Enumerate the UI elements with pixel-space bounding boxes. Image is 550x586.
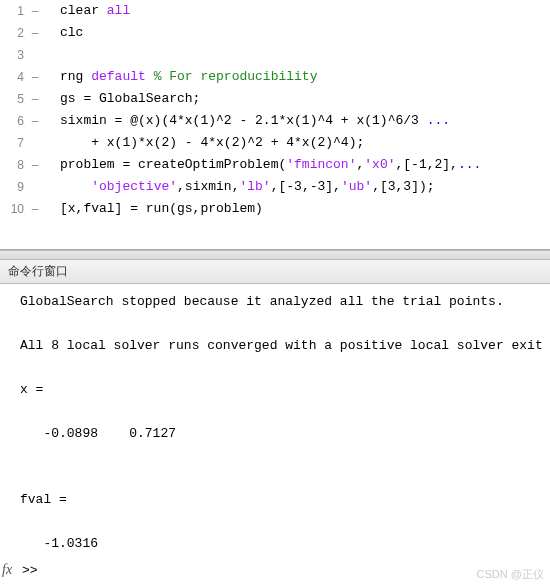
editor-pane[interactable]: 1–clear all2–clc34–rng default % For rep… bbox=[0, 0, 550, 250]
breakpoint-dash[interactable]: – bbox=[28, 110, 42, 132]
code-content[interactable]: sixmin = @(x)(4*x(1)^2 - 2.1*x(1)^4 + x(… bbox=[42, 110, 450, 132]
command-window[interactable]: GlobalSearch stopped because it analyzed… bbox=[0, 284, 550, 584]
command-output-line: -1.0316 bbox=[20, 534, 546, 554]
command-output-line bbox=[20, 512, 546, 532]
code-content[interactable]: 'objective',sixmin,'lb',[-3,-3],'ub',[3,… bbox=[42, 176, 435, 198]
command-window-title: 命令行窗口 bbox=[0, 260, 550, 284]
line-number: 6 bbox=[0, 110, 28, 132]
line-number: 3 bbox=[0, 44, 28, 66]
code-line[interactable]: 3 bbox=[0, 44, 550, 66]
breakpoint-dash[interactable]: – bbox=[28, 66, 42, 88]
code-line[interactable]: 10–[x,fval] = run(gs,problem) bbox=[0, 198, 550, 220]
line-number: 5 bbox=[0, 88, 28, 110]
breakpoint-dash[interactable]: – bbox=[28, 198, 42, 220]
command-output-line bbox=[20, 446, 546, 466]
command-output-line: All 8 local solver runs converged with a… bbox=[20, 336, 546, 356]
code-content[interactable]: problem = createOptimProblem('fmincon','… bbox=[42, 154, 481, 176]
line-number: 2 bbox=[0, 22, 28, 44]
command-output-line bbox=[20, 468, 546, 488]
command-output-line bbox=[20, 402, 546, 422]
command-output-line bbox=[20, 358, 546, 378]
command-output-line: x = bbox=[20, 380, 546, 400]
command-output-line: -0.0898 0.7127 bbox=[20, 424, 546, 444]
command-output-line: GlobalSearch stopped because it analyzed… bbox=[20, 292, 546, 312]
code-content[interactable]: + x(1)*x(2) - 4*x(2)^2 + 4*x(2)^4); bbox=[42, 132, 364, 154]
code-line[interactable]: 4–rng default % For reproducibility bbox=[0, 66, 550, 88]
code-line[interactable]: 8–problem = createOptimProblem('fmincon'… bbox=[0, 154, 550, 176]
line-number: 8 bbox=[0, 154, 28, 176]
line-number: 1 bbox=[0, 0, 28, 22]
code-line[interactable]: 6–sixmin = @(x)(4*x(1)^2 - 2.1*x(1)^4 + … bbox=[0, 110, 550, 132]
code-line[interactable]: 1–clear all bbox=[0, 0, 550, 22]
breakpoint-dash[interactable]: – bbox=[28, 154, 42, 176]
watermark: CSDN @正仪 bbox=[477, 567, 544, 582]
line-number: 7 bbox=[0, 132, 28, 154]
code-line[interactable]: 9 'objective',sixmin,'lb',[-3,-3],'ub',[… bbox=[0, 176, 550, 198]
breakpoint-dash[interactable]: – bbox=[28, 0, 42, 22]
code-line[interactable]: 5–gs = GlobalSearch; bbox=[0, 88, 550, 110]
breakpoint-dash[interactable]: – bbox=[28, 88, 42, 110]
breakpoint-dash[interactable]: – bbox=[28, 22, 42, 44]
command-output-line: fval = bbox=[20, 490, 546, 510]
line-number: 4 bbox=[0, 66, 28, 88]
line-number: 9 bbox=[0, 176, 28, 198]
fx-icon[interactable]: fx bbox=[2, 562, 12, 578]
command-output-line bbox=[20, 314, 546, 334]
code-content[interactable]: [x,fval] = run(gs,problem) bbox=[42, 198, 263, 220]
code-content[interactable]: gs = GlobalSearch; bbox=[42, 88, 200, 110]
code-line[interactable]: 7 + x(1)*x(2) - 4*x(2)^2 + 4*x(2)^4); bbox=[0, 132, 550, 154]
code-content[interactable]: clc bbox=[42, 22, 83, 44]
code-line[interactable]: 2–clc bbox=[0, 22, 550, 44]
code-content[interactable]: rng default % For reproducibility bbox=[42, 66, 317, 88]
line-number: 10 bbox=[0, 198, 28, 220]
command-prompt[interactable]: >> bbox=[22, 563, 38, 578]
pane-divider[interactable] bbox=[0, 250, 550, 260]
code-content[interactable]: clear all bbox=[42, 0, 130, 22]
